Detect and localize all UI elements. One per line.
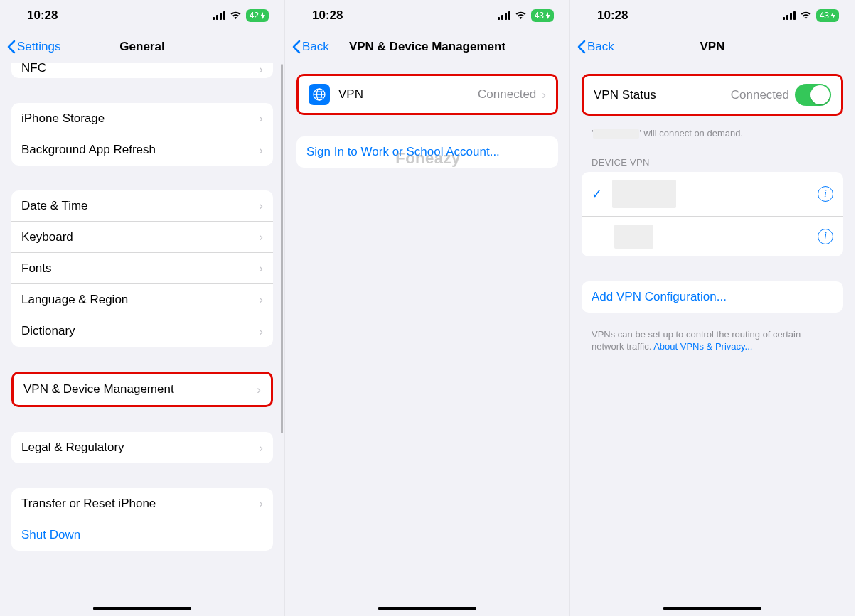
svg-rect-16: [793, 11, 796, 20]
list-group-reset: Transfer or Reset iPhone › Shut Down: [11, 488, 273, 551]
cellular-icon: [213, 11, 225, 20]
vpn-status-detail: Connected: [731, 88, 789, 102]
svg-rect-2: [220, 13, 222, 21]
chevron-right-icon: ›: [542, 89, 546, 101]
list-group-cutoff: NFC ›: [11, 63, 273, 78]
redacted-config: [614, 225, 653, 249]
chevron-right-icon: ›: [259, 144, 263, 156]
wifi-icon: [230, 11, 242, 20]
svg-rect-3: [223, 11, 225, 20]
battery-badge: 42: [246, 9, 269, 22]
home-indicator[interactable]: [378, 607, 476, 610]
chevron-left-icon: [292, 40, 301, 54]
list-group-signin: Sign In to Work or School Account...: [296, 136, 558, 168]
chevron-right-icon: ›: [259, 293, 263, 306]
svg-rect-14: [786, 15, 788, 20]
row-legal-regulatory[interactable]: Legal & Regulatory ›: [11, 432, 273, 463]
back-label: Settings: [17, 40, 60, 54]
vpn-status-detail: Connected: [478, 87, 536, 102]
chevron-right-icon: ›: [259, 231, 263, 243]
vpn-toggle[interactable]: [795, 84, 831, 106]
status-time: 10:28: [312, 9, 343, 23]
list-group-datetime: Date & Time› Keyboard› Fonts› Language &…: [11, 190, 273, 347]
phone-vpn-detail: 10:28 43 Back VPN VPN Status Connected '…: [570, 0, 855, 616]
row-vpn-config-selected[interactable]: ✓ i: [582, 172, 843, 217]
home-indicator[interactable]: [663, 607, 761, 610]
list-group-storage: iPhone Storage › Background App Refresh …: [11, 103, 273, 166]
list-group-vpn-row: VPN Connected ›: [296, 74, 558, 115]
navbar: Back VPN: [570, 31, 855, 63]
battery-badge: 43: [816, 9, 839, 22]
list-group-add-config: Add VPN Configuration...: [582, 281, 843, 313]
checkmark-icon: ✓: [592, 186, 602, 202]
back-button[interactable]: Settings: [7, 40, 60, 54]
row-vpn-device-management[interactable]: VPN & Device Management ›: [14, 374, 271, 405]
chevron-right-icon: ›: [259, 442, 263, 454]
row-iphone-storage[interactable]: iPhone Storage ›: [11, 103, 273, 134]
redacted-name: [593, 129, 639, 139]
svg-rect-7: [508, 11, 510, 20]
status-bar: 10:28 43: [285, 0, 569, 31]
phone-general-settings: 10:28 42 Settings General NFC › iPhone S…: [0, 0, 285, 616]
svg-rect-4: [498, 17, 500, 20]
chevron-right-icon: ›: [259, 63, 263, 75]
globe-icon: [309, 84, 330, 105]
row-background-app-refresh[interactable]: Background App Refresh ›: [11, 134, 273, 166]
status-bar: 10:28 42: [0, 0, 284, 31]
svg-rect-13: [783, 17, 785, 20]
redacted-config: [612, 180, 676, 208]
list-group-legal: Legal & Regulatory ›: [11, 432, 273, 463]
row-shut-down[interactable]: Shut Down: [11, 519, 273, 551]
list-group-vpn-status: VPN Status Connected: [582, 74, 843, 116]
about-vpns-privacy-link[interactable]: About VPNs & Privacy...: [653, 341, 752, 352]
svg-rect-15: [790, 13, 792, 21]
row-date-time[interactable]: Date & Time›: [11, 190, 273, 222]
wifi-icon: [800, 11, 812, 20]
connect-on-demand-note: '' will connect on demand.: [570, 127, 855, 153]
home-indicator[interactable]: [93, 607, 191, 610]
chevron-left-icon: [7, 40, 16, 54]
row-nfc[interactable]: NFC ›: [11, 63, 273, 78]
list-group-vpn-configs: ✓ i i: [582, 172, 843, 256]
status-time: 10:28: [597, 9, 628, 23]
status-icons: 43: [783, 9, 839, 22]
svg-rect-1: [216, 15, 218, 20]
row-keyboard[interactable]: Keyboard›: [11, 222, 273, 253]
chevron-left-icon: [577, 40, 586, 54]
navbar: Settings General: [0, 31, 284, 63]
chevron-right-icon: ›: [259, 112, 263, 124]
row-vpn-status: VPN Status Connected: [584, 76, 841, 114]
info-icon[interactable]: i: [818, 229, 833, 244]
cellular-icon: [783, 11, 796, 20]
phone-vpn-device-mgmt: 10:28 43 Back VPN & Device Management VP…: [285, 0, 570, 616]
row-language-region[interactable]: Language & Region›: [11, 284, 273, 315]
row-add-vpn-config[interactable]: Add VPN Configuration...: [582, 281, 843, 313]
row-fonts[interactable]: Fonts›: [11, 253, 273, 284]
row-vpn[interactable]: VPN Connected ›: [299, 76, 556, 113]
back-label: Back: [302, 40, 329, 54]
status-bar: 10:28 43: [570, 0, 855, 31]
chevron-right-icon: ›: [259, 497, 263, 509]
back-label: Back: [587, 40, 614, 54]
svg-rect-0: [213, 17, 215, 20]
vpn-privacy-footer: VPNs can be set up to control the routin…: [570, 324, 855, 357]
chevron-right-icon: ›: [259, 200, 263, 212]
status-icons: 42: [213, 9, 269, 22]
back-button[interactable]: Back: [292, 40, 329, 54]
row-transfer-reset[interactable]: Transfer or Reset iPhone ›: [11, 488, 273, 519]
cellular-icon: [498, 11, 510, 20]
scroll-indicator[interactable]: [281, 64, 283, 433]
info-icon[interactable]: i: [818, 186, 833, 202]
row-dictionary[interactable]: Dictionary›: [11, 315, 273, 347]
navbar: Back VPN & Device Management: [285, 31, 569, 63]
chevron-right-icon: ›: [257, 384, 261, 396]
row-vpn-config-2[interactable]: i: [582, 217, 843, 256]
back-button[interactable]: Back: [577, 40, 614, 54]
status-icons: 43: [498, 9, 554, 22]
svg-rect-6: [505, 13, 507, 21]
row-signin-work-school[interactable]: Sign In to Work or School Account...: [296, 136, 558, 168]
section-header-device-vpn: DEVICE VPN: [570, 153, 855, 172]
wifi-icon: [515, 11, 527, 20]
chevron-right-icon: ›: [259, 262, 263, 274]
battery-badge: 43: [531, 9, 554, 22]
